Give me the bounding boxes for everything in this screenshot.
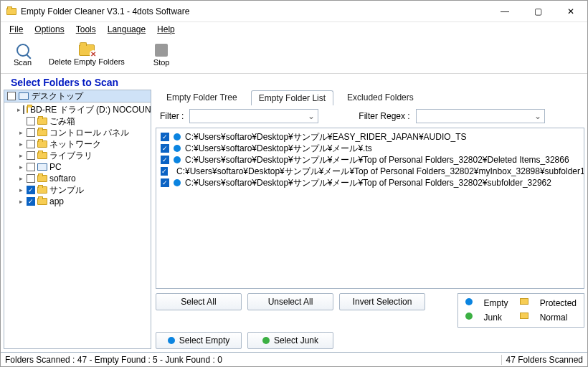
titlebar: Empty Folder Cleaner V3.1 - 4dots Softwa… [1,1,587,22]
expand-icon[interactable]: ▸ [17,186,24,194]
expand-icon[interactable]: ▸ [17,175,24,182]
blue-dot-icon [168,337,175,344]
right-column: Empty Folder Tree Empty Folder List Excl… [156,90,584,349]
tree-node[interactable]: ▸ライブラリ [4,150,151,161]
node-checkbox[interactable] [27,117,35,125]
protected-icon [520,298,528,305]
expand-icon[interactable]: ▸ [17,152,24,159]
folder-list[interactable]: C:¥Users¥softaro¥Desktop¥サンプル¥EASY_RIDER… [156,128,584,289]
expand-icon[interactable] [17,118,24,125]
tree-node[interactable]: ▸ネットワーク [4,138,151,150]
folder-icon [37,118,47,125]
select-empty-button[interactable]: Select Empty [156,332,242,349]
menu-help[interactable]: Help [157,24,175,34]
tab-empty-list[interactable]: Empty Folder List [251,90,333,105]
folder-icon [37,163,47,171]
legend-normal: Normal [540,313,577,323]
tree-root[interactable]: デスクトップ [4,90,151,103]
minimize-button[interactable]: — [488,1,521,22]
folder-delete-icon [79,44,95,56]
expand-icon[interactable]: ▸ [17,106,21,113]
regex-combo[interactable]: ⌄ [416,109,545,123]
menu-language[interactable]: Language [108,24,146,34]
legend-protected: Protected [540,298,577,308]
tree-node[interactable]: ▸サンプル [4,184,151,196]
node-label: PC [49,162,62,172]
row-checkbox[interactable] [161,133,169,141]
section-heading: Select Folders to Scan [1,74,587,90]
invert-selection-button[interactable]: Invert Selection [339,293,425,310]
legend: Empty Protected Junk Normal [457,293,584,328]
node-label: コントロール パネル [49,127,129,139]
scan-button[interactable]: Scan [14,44,32,67]
close-button[interactable]: ✕ [554,1,587,22]
tab-excluded[interactable]: Excluded Folders [339,90,422,105]
node-label: ごみ箱 [49,115,75,128]
folder-icon [37,186,47,194]
tree-list[interactable]: ▸BD-RE ドライブ (D:) NOCOUNTRYごみ箱▸コントロール パネル… [4,103,151,349]
scan-label: Scan [14,58,32,67]
delete-label: Delete Empty Folders [49,57,125,66]
list-row[interactable]: C:¥Users¥softaro¥Desktop¥サンプル¥メール¥Top of… [161,177,579,189]
row-checkbox[interactable] [161,156,169,164]
filter-combo[interactable]: ⌄ [189,109,318,123]
expand-icon[interactable]: ▸ [17,198,24,205]
node-checkbox[interactable] [27,128,35,137]
maximize-button[interactable]: ▢ [521,1,554,22]
green-dot-icon [262,337,270,344]
window-title: Empty Folder Cleaner V3.1 - 4dots Softwa… [21,6,488,16]
tree-node[interactable]: ▸PC [4,161,151,173]
row-path: C:¥Users¥softaro¥Desktop¥サンプル¥メール¥Top of… [185,154,569,166]
button-row-2: Select Empty Select Junk [156,328,584,349]
empty-dot-icon [174,179,181,186]
node-label: ライブラリ [49,150,93,162]
menu-options[interactable]: Options [34,24,64,34]
node-checkbox[interactable] [23,105,24,114]
tree-node[interactable]: ▸app [4,196,151,207]
main-row: デスクトップ ▸BD-RE ドライブ (D:) NOCOUNTRYごみ箱▸コント… [1,90,587,352]
row-checkbox[interactable] [161,178,169,187]
tree-panel: デスクトップ ▸BD-RE ドライブ (D:) NOCOUNTRYごみ箱▸コント… [4,90,151,349]
stop-label: Stop [153,58,170,67]
statusbar: Folders Scanned : 47 - Empty Found : 5 -… [1,352,587,366]
row-checkbox[interactable] [161,167,168,176]
select-all-button[interactable]: Select All [156,293,242,310]
list-row[interactable]: C:¥Users¥softaro¥Desktop¥サンプル¥メール¥Top of… [161,154,579,166]
tree-node[interactable]: ごみ箱 [4,115,151,127]
expand-icon[interactable]: ▸ [17,140,24,148]
list-row[interactable]: C:¥Users¥softaro¥Desktop¥サンプル¥メール¥.ts [161,143,579,154]
folder-icon [37,198,47,205]
stop-icon [155,44,168,57]
expand-icon[interactable]: ▸ [17,129,24,136]
folder-icon [37,175,47,182]
root-checkbox[interactable] [7,92,16,100]
stop-button[interactable]: Stop [153,44,170,67]
node-checkbox[interactable] [27,186,35,194]
select-junk-button[interactable]: Select Junk [247,332,333,349]
menu-tools[interactable]: Tools [76,24,96,34]
row-path: C:¥Users¥softaro¥Desktop¥サンプル¥メール¥.ts [185,143,372,155]
expand-icon[interactable]: ▸ [17,163,24,171]
legend-empty: Empty [484,298,508,308]
tree-node[interactable]: ▸softaro [4,173,151,184]
tree-node[interactable]: ▸BD-RE ドライブ (D:) NOCOUNTRY [4,104,151,115]
node-checkbox[interactable] [27,140,35,148]
list-row[interactable]: C:¥Users¥softaro¥Desktop¥サンプル¥メール¥Top of… [161,166,579,177]
node-checkbox[interactable] [27,163,35,171]
unselect-all-button[interactable]: Unselect All [247,293,333,310]
status-right: 47 Folders Scanned [501,355,583,365]
row-checkbox[interactable] [161,144,169,153]
menubar: File Options Tools Language Help [1,22,587,37]
list-row[interactable]: C:¥Users¥softaro¥Desktop¥サンプル¥EASY_RIDER… [161,131,579,143]
node-checkbox[interactable] [27,174,35,183]
button-row-1: Select All Unselect All Invert Selection… [156,289,584,328]
node-checkbox[interactable] [27,151,35,160]
tab-empty-tree[interactable]: Empty Folder Tree [158,90,245,105]
node-label: app [49,196,64,206]
tree-node[interactable]: ▸コントロール パネル [4,127,151,138]
legend-junk: Junk [484,313,508,323]
delete-empty-button[interactable]: Delete Empty Folders [49,44,125,66]
node-checkbox[interactable] [27,197,35,206]
menu-file[interactable]: File [9,24,23,34]
node-label: ネットワーク [49,138,101,151]
